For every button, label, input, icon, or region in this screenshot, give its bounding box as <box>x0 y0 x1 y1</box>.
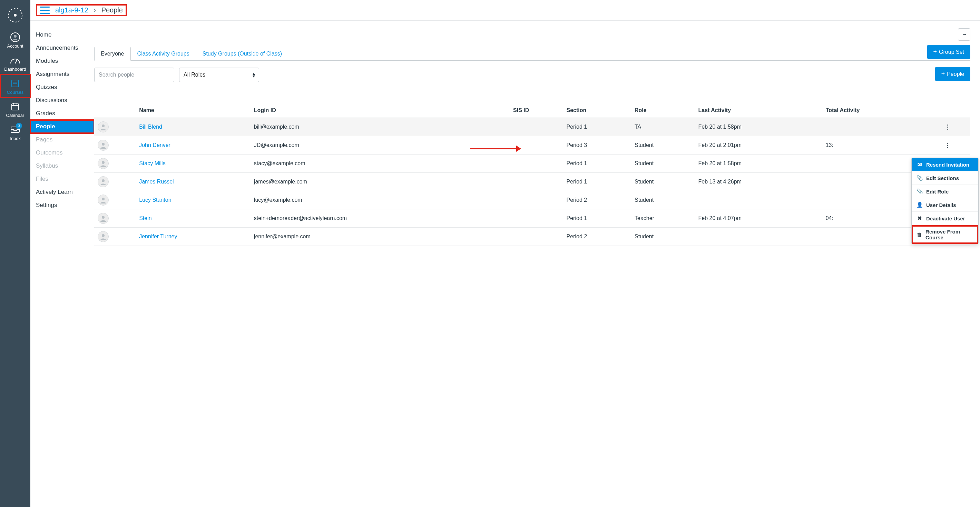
course-nav-settings[interactable]: Settings <box>30 199 94 212</box>
menu-resend-invitation[interactable]: ✉ Resend Invitation <box>912 158 978 172</box>
course-nav-announcements[interactable]: Announcements <box>30 41 94 54</box>
add-people-label: People <box>947 71 964 77</box>
nav-courses[interactable]: Courses <box>0 75 30 98</box>
th-login: Login ID <box>251 103 510 118</box>
nav-account-label: Account <box>7 43 24 49</box>
role: Teacher <box>631 209 695 227</box>
menu-edit-role-label: Edit Role <box>926 189 948 194</box>
row-options-button[interactable] <box>944 142 951 148</box>
role: TA <box>631 118 695 136</box>
user-x-icon: ✖ <box>916 215 923 221</box>
svg-point-3 <box>14 35 17 38</box>
calendar-icon <box>11 101 20 112</box>
course-nav-home[interactable]: Home <box>30 28 94 41</box>
breadcrumb-bar: alg1a-9-12 › People <box>30 0 980 21</box>
course-nav-actively-learn[interactable]: Actively Learn <box>30 186 94 199</box>
menu-user-details[interactable]: 👤 User Details <box>912 198 978 212</box>
last-activity: Feb 20 at 4:07pm <box>695 209 822 227</box>
section: Period 2 <box>563 191 631 209</box>
avatar <box>98 231 109 242</box>
course-nav-grades[interactable]: Grades <box>30 107 94 120</box>
canvas-logo-icon[interactable] <box>6 6 25 25</box>
course-nav-people[interactable]: People <box>30 120 94 133</box>
menu-deactivate-user[interactable]: ✖ Deactivate User <box>912 212 978 225</box>
person-name-link[interactable]: Stacy Mills <box>139 161 165 166</box>
section: Period 1 <box>563 173 631 191</box>
sis-id <box>510 209 563 227</box>
person-name-link[interactable]: Jennifer Turney <box>139 234 177 239</box>
nav-dashboard[interactable]: Dashboard <box>0 51 30 75</box>
th-section: Section <box>563 103 631 118</box>
sis-id <box>510 154 563 173</box>
hamburger-icon[interactable] <box>40 6 50 14</box>
svg-rect-8 <box>12 104 19 110</box>
login-id: stacy@example.com <box>251 154 510 173</box>
role: Student <box>631 173 695 191</box>
menu-user-details-label: User Details <box>926 202 956 208</box>
table-row: James Russeljames@example.comPeriod 1Stu… <box>94 173 970 191</box>
plus-icon: + <box>941 70 945 78</box>
login-id: james@example.com <box>251 173 510 191</box>
person-name-link[interactable]: John Denver <box>139 142 170 148</box>
svg-point-18 <box>102 180 105 182</box>
login-id: lucy@example.com <box>251 191 510 209</box>
last-activity: Feb 20 at 1:58pm <box>695 118 822 136</box>
nav-inbox-label: Inbox <box>10 136 21 141</box>
section: Period 2 <box>563 227 631 246</box>
course-nav-quizzes[interactable]: Quizzes <box>30 81 94 94</box>
tab-study-groups[interactable]: Study Groups (Outside of Class) <box>196 47 288 61</box>
avatar <box>98 213 109 224</box>
person-name-link[interactable]: Lucy Stanton <box>139 197 171 203</box>
th-name: Name <box>135 103 251 118</box>
course-nav-syllabus[interactable]: Syllabus <box>30 159 94 172</box>
nav-calendar[interactable]: Calendar <box>0 98 30 121</box>
mail-icon: ✉ <box>916 161 923 168</box>
dashboard-icon <box>10 55 21 66</box>
table-row: Stacy Millsstacy@example.comPeriod 1Stud… <box>94 154 970 173</box>
breadcrumb-course[interactable]: alg1a-9-12 <box>55 6 88 14</box>
course-nav-pages[interactable]: Pages <box>30 133 94 146</box>
course-nav-outcomes[interactable]: Outcomes <box>30 146 94 159</box>
menu-edit-role[interactable]: 📎 Edit Role <box>912 185 978 198</box>
sis-id <box>510 227 563 246</box>
nav-inbox[interactable]: 3 Inbox <box>0 121 30 144</box>
search-people-input[interactable] <box>94 68 174 82</box>
person-name-link[interactable]: James Russel <box>139 179 173 184</box>
tab-class-activity-groups[interactable]: Class Activity Groups <box>131 47 196 61</box>
row-options-button[interactable] <box>944 124 951 130</box>
course-nav-files[interactable]: Files <box>30 172 94 186</box>
role: Student <box>631 136 695 154</box>
role-filter-select[interactable]: All Roles <box>179 68 259 82</box>
menu-edit-sections[interactable]: 📎 Edit Sections <box>912 172 978 185</box>
nav-account[interactable]: Account <box>0 28 30 51</box>
user-icon: 👤 <box>916 202 923 208</box>
svg-point-15 <box>102 124 105 127</box>
breadcrumb: alg1a-9-12 › People <box>37 5 126 16</box>
course-nav-assignments[interactable]: Assignments <box>30 68 94 81</box>
menu-remove-label: Remove From Course <box>926 229 974 240</box>
last-activity: Feb 20 at 1:58pm <box>695 154 822 173</box>
tab-everyone[interactable]: Everyone <box>94 47 131 61</box>
total-activity <box>822 118 941 136</box>
last-activity: Feb 13 at 4:26pm <box>695 173 822 191</box>
add-group-set-button[interactable]: +Group Set <box>927 45 970 59</box>
inbox-badge: 3 <box>16 123 22 129</box>
course-nav-modules[interactable]: Modules <box>30 54 94 68</box>
course-nav-discussions[interactable]: Discussions <box>30 94 94 107</box>
person-name-link[interactable]: Stein <box>139 215 151 221</box>
section: Period 1 <box>563 154 631 173</box>
row-actions-menu: ✉ Resend Invitation 📎 Edit Sections 📎 Ed… <box>911 157 978 244</box>
paperclip-icon: 📎 <box>916 175 923 181</box>
tabs: Everyone Class Activity Groups Study Gro… <box>94 45 970 61</box>
page-options-button[interactable] <box>958 28 970 41</box>
menu-edit-sections-label: Edit Sections <box>926 175 959 181</box>
avatar <box>98 121 109 132</box>
courses-icon <box>11 78 20 89</box>
th-role: Role <box>631 103 695 118</box>
person-name-link[interactable]: Bill Blend <box>139 124 162 130</box>
login-id: jennifer@example.com <box>251 227 510 246</box>
menu-remove-from-course[interactable]: 🗑 Remove From Course <box>912 225 978 244</box>
page-body: Everyone Class Activity Groups Study Gro… <box>94 21 980 507</box>
section: Period 1 <box>563 118 631 136</box>
add-people-button[interactable]: +People <box>935 67 970 81</box>
